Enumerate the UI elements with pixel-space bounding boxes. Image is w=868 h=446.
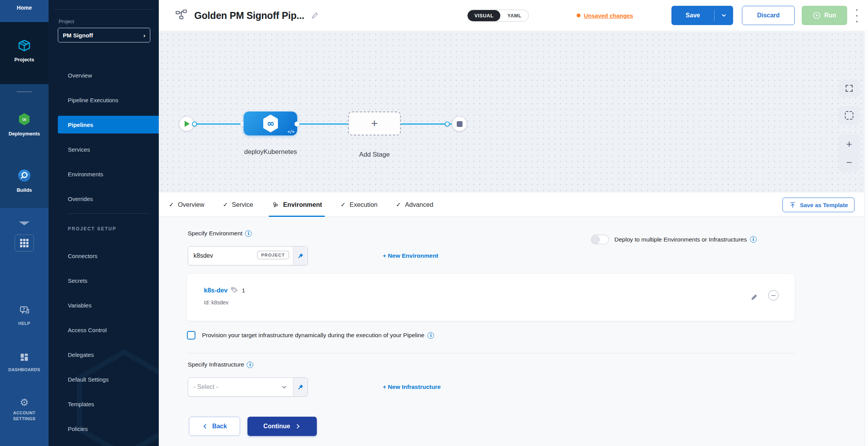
more-options-kebab-icon[interactable] — [854, 9, 860, 22]
unsaved-changes-link[interactable]: Unsaved changes — [584, 12, 633, 19]
mode-visual[interactable]: VISUAL — [468, 10, 500, 21]
sidebar-top-divider — [54, 9, 153, 10]
provision-checkbox[interactable] — [187, 331, 195, 340]
discard-button[interactable]: Discard — [742, 6, 795, 25]
sidebar-item-pipeline-executions[interactable]: Pipeline Executions — [58, 91, 159, 109]
collapse-rail-icon[interactable] — [19, 221, 30, 225]
run-label: Run — [824, 12, 836, 19]
sidebar-item-services[interactable]: Services — [58, 140, 159, 158]
chevron-down-icon — [281, 384, 288, 390]
deploy-multiple-toggle[interactable] — [591, 235, 609, 244]
tab-service[interactable]: ✓ Service — [223, 193, 253, 217]
tab-execution[interactable]: ✓ Execution — [340, 193, 377, 217]
canvas-multiselect-button[interactable] — [839, 106, 860, 125]
tab-overview[interactable]: ✓ Overview — [169, 193, 204, 217]
fixed-value-pin-button[interactable] — [293, 378, 308, 396]
environment-input-wrap: PROJECT — [188, 247, 293, 265]
visual-yaml-toggle[interactable]: VISUAL YAML — [467, 10, 529, 22]
rail-item-deployments[interactable]: ∞ Deployments — [0, 112, 49, 137]
run-button[interactable]: Run — [802, 6, 847, 25]
sidebar-item-label: Policies — [68, 426, 88, 432]
mode-yaml[interactable]: YAML — [500, 10, 528, 21]
module-grid-button[interactable] — [15, 235, 34, 252]
pipeline-topbar: Golden PM Signoff Pip... VISUAL YAML Uns… — [159, 0, 868, 31]
project-selector[interactable]: PM Signoff › — [58, 28, 150, 42]
stop-square-icon — [457, 121, 463, 127]
back-button[interactable]: Back — [189, 417, 240, 436]
info-icon[interactable]: i — [247, 362, 253, 368]
sidebar-item-overview[interactable]: Overview — [58, 66, 159, 84]
canvas-fullscreen-button[interactable] — [839, 79, 860, 97]
tag-count: 1 — [242, 287, 245, 294]
rail-item-account-settings[interactable]: ⚙ ACCOUNT SETTINGS — [0, 397, 49, 422]
sidebar-item-overrides[interactable]: Overrides — [58, 190, 159, 208]
title-group: Golden PM Signoff Pip... — [175, 0, 320, 31]
rail-item-home[interactable]: Home — [0, 5, 49, 11]
edit-title-pencil-icon[interactable] — [310, 11, 320, 20]
pipeline-end-node[interactable] — [452, 116, 467, 132]
infrastructure-select-widget: - Select - — [188, 377, 308, 397]
check-icon: ✓ — [169, 201, 174, 208]
fixed-value-pin-button[interactable] — [293, 247, 308, 265]
sidebar-item-default-settings[interactable]: Default Settings — [58, 370, 159, 388]
new-environment-link[interactable]: + New Environment — [383, 252, 438, 259]
zoom-out-button[interactable]: − — [846, 157, 852, 167]
tabs-list: ✓ Overview ✓ Service Environment ✓ Execu… — [169, 193, 433, 217]
edit-environment-pencil-icon[interactable] — [750, 292, 759, 303]
sidebar-item-pipelines[interactable]: Pipelines — [58, 116, 159, 133]
sidebar-item-connectors[interactable]: Connectors — [58, 247, 159, 265]
tab-label: Environment — [283, 201, 322, 208]
sidebar-item-variables[interactable]: Variables — [58, 296, 159, 314]
sidebar-item-access-control[interactable]: Access Control — [58, 321, 159, 339]
environment-name-link[interactable]: k8s-dev — [204, 287, 227, 294]
rail-divider — [17, 91, 32, 92]
label-text: Specify Infrastructure — [188, 361, 244, 368]
project-sidebar: Project PM Signoff › Overview Pipeline E… — [49, 0, 159, 446]
svg-text:?: ? — [23, 307, 25, 312]
module-rail: Home Projects ∞ Deployments — [0, 0, 49, 446]
sidebar-item-label: Overview — [68, 72, 92, 79]
tab-environment[interactable]: Environment — [272, 193, 322, 217]
sidebar-item-policies[interactable]: Policies — [58, 420, 159, 438]
play-circle-icon — [812, 11, 821, 20]
environment-card-header: k8s-dev 1 — [204, 286, 245, 294]
sidebar-item-label: Variables — [68, 302, 91, 309]
save-dropdown-button[interactable] — [715, 12, 733, 19]
sidebar-item-templates[interactable]: Templates — [58, 395, 159, 413]
pin-icon — [297, 252, 304, 260]
project-scope-badge: PROJECT — [257, 251, 289, 259]
cd-stage-hexagon-icon: ∞ — [261, 113, 280, 133]
pipeline-canvas[interactable]: ∞ </> + deployKubernetes Add Stage — [159, 31, 868, 193]
remove-environment-icon[interactable] — [768, 290, 779, 301]
rail-item-dashboards[interactable]: DASHBOARDS — [0, 352, 49, 373]
back-label: Back — [212, 423, 227, 430]
save-as-template-button[interactable]: Save as Template — [782, 198, 855, 212]
zoom-in-button[interactable]: + — [846, 139, 852, 149]
info-icon[interactable]: i — [245, 230, 252, 237]
scrollbar-track[interactable] — [864, 31, 868, 446]
continue-button[interactable]: Continue — [247, 417, 317, 436]
add-stage-button[interactable]: + — [348, 112, 401, 135]
help-label: HELP — [19, 321, 30, 326]
rail-item-help[interactable]: ? HELP — [0, 305, 49, 326]
plus-icon: + — [371, 117, 378, 130]
tab-label: Execution — [350, 201, 377, 208]
save-split-button[interactable]: Save — [671, 6, 733, 25]
stage-node-deploykubernetes[interactable]: ∞ </> — [244, 112, 297, 135]
sidebar-item-secrets[interactable]: Secrets — [58, 272, 159, 289]
sidebar-item-delegates[interactable]: Delegates — [58, 346, 159, 363]
upload-icon — [789, 201, 796, 209]
dashboards-label: DASHBOARDS — [8, 367, 40, 373]
project-name: PM Signoff — [63, 32, 93, 39]
dashboards-icon — [19, 352, 30, 364]
info-icon[interactable]: i — [750, 236, 757, 243]
rail-item-builds[interactable]: Builds — [0, 168, 49, 193]
unsaved-changes[interactable]: Unsaved changes — [577, 0, 633, 31]
infrastructure-select[interactable]: - Select - — [188, 378, 293, 396]
info-icon[interactable]: i — [427, 332, 434, 339]
sidebar-item-environments[interactable]: Environments — [58, 165, 159, 183]
tab-advanced[interactable]: ✓ Advanced — [396, 193, 433, 217]
save-button[interactable]: Save — [671, 12, 714, 19]
rail-item-projects[interactable]: Projects — [0, 39, 49, 63]
new-infrastructure-link[interactable]: + New Infrastructure — [383, 383, 441, 390]
